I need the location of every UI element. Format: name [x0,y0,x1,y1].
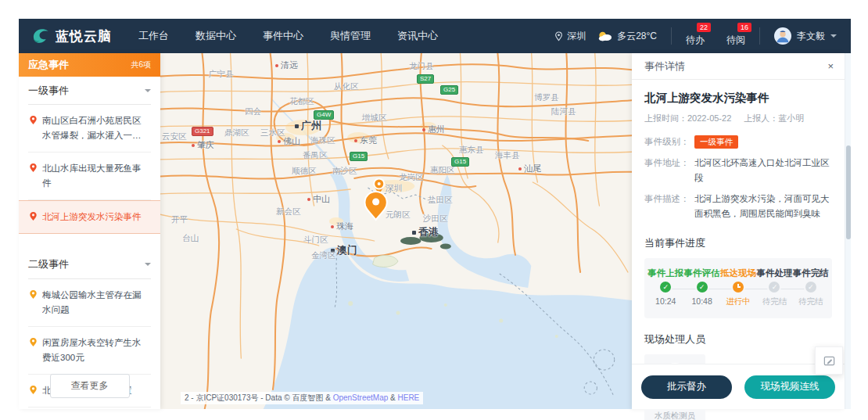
nav-menu-item[interactable]: 舆情管理 [330,29,371,43]
event-detail-panel: 事件详情 × 北河上游突发水污染事件 上报时间：2022-05-22 上报人：蓝… [632,53,845,409]
event-title: 梅城公园输水主管存在漏水问题 [42,288,149,318]
panel-footer: 批示督办 现场视频连线 [632,364,845,409]
nav-menu-item[interactable]: 数据中心 [195,29,236,43]
top-nav: 蓝悦云脑 工作台数据中心事件中心舆情管理资讯中心 深圳 多云28° [19,19,851,53]
scrollbar-thumb[interactable] [846,145,851,239]
event-pin-icon [29,289,38,300]
event-address: 北河区北环高速入口处北河工业区段 [694,156,832,186]
supervise-button[interactable]: 批示督办 [641,375,732,399]
event-pin-icon [29,163,38,173]
address-field-label: 事件地址： [644,156,694,186]
description-field-label: 事件描述： [644,192,694,222]
map-canvas[interactable]: 广宁县清远从化区龙门县S27G25博罗县陆河县花都区四会G4W增城区云安区G32… [160,53,632,409]
event-list-item[interactable]: 闲置房屋水表空转产生水费近300元 [28,327,151,375]
weather-text: 多云28°C [617,30,657,43]
notification-count-badge: 16 [737,23,751,32]
event-pin-icon [29,385,38,395]
event-list-item[interactable]: 梅城公园输水主管存在漏水问题 [28,279,151,327]
event-pin-icon [29,115,38,125]
level-field-label: 事件级别： [644,135,694,150]
nav-menu-item[interactable]: 工作台 [138,29,169,43]
section-level2-label: 二级事件 [28,257,69,271]
staff-section-title: 现场处理人员 [644,332,832,346]
section-level2-header[interactable]: 二级事件 [28,251,151,279]
emergency-sidebar: 应急事件 共6项 一级事件 南山区白石洲小苑居民区水管爆裂，漏水灌入一楼 [19,53,160,409]
step-label: 事件处理 [756,267,792,280]
nav-divider [671,27,672,45]
section-level1-label: 一级事件 [28,84,69,98]
nav-menu: 工作台数据中心事件中心舆情管理资讯中心 [138,29,438,43]
nav-divider [759,27,760,45]
step-status-icon [804,280,818,294]
step-status-icon [731,280,745,294]
notification-label: 待阅 [726,34,745,45]
sidebar-header: 应急事件 共6项 [19,53,160,77]
progress-step: 事件上报 10:24 [647,267,683,307]
event-level-badge: 一级事件 [694,135,738,149]
progress-step: 事件处理 待完结 [756,267,792,307]
app-window: 蓝悦云脑 工作台数据中心事件中心舆情管理资讯中心 深圳 多云28° [19,19,851,409]
event-title: 闲置房屋水表空转产生水费近300元 [42,336,149,365]
panel-title: 事件详情 [644,59,685,74]
progress-step: 事件评估 10:48 [683,267,719,307]
map-attribution: 2 - 京ICP证030173号 - Data © 百度智图 & OpenStr… [181,392,423,404]
location-indicator[interactable]: 深圳 [554,30,586,43]
sidebar-count: 共6项 [131,59,151,70]
nav-menu-item[interactable]: 事件中心 [263,29,303,43]
nav-menu-item[interactable]: 资讯中心 [397,29,438,43]
step-label: 事件上报 [647,267,683,280]
edit-document-icon [823,354,836,368]
chevron-down-icon [145,89,151,92]
nav-notification-item[interactable]: 16 待阅 [726,26,745,47]
app-logo: 蓝悦云脑 [30,26,112,46]
step-status-icon [658,280,673,294]
osm-link[interactable]: OpenStreetMap [333,393,389,402]
logo-icon [30,26,50,46]
here-link[interactable]: HERE [398,393,420,402]
event-description: 北河上游突发水污染，河面可见大面积黑色，周围居民能闻到臭味 [694,192,832,222]
step-label: 抵达现场 [720,267,756,280]
staff-role: 水质检测员 [644,411,705,420]
location-city: 深圳 [567,30,586,43]
event-title: 南山区白石洲小苑居民区水管爆裂，漏水灌入一楼茶庄导致财物... [42,113,149,143]
progress-step: 抵达现场 进行中 [720,267,756,307]
edit-note-button[interactable] [815,346,843,375]
view-more-button[interactable]: 查看更多 [50,374,130,398]
nav-notification-item[interactable]: 22 待办 [686,26,705,47]
progress-step: 事件完结 待完结 [793,267,829,307]
section-level1-header[interactable]: 一级事件 [28,77,151,105]
step-label: 事件评估 [683,267,719,280]
step-status-icon [767,280,781,294]
report-time: 2022-05-22 [687,113,731,123]
event-location-marker[interactable] [364,179,386,221]
location-pin-icon [554,31,563,41]
close-icon[interactable]: × [827,61,834,71]
reporter-name: 蓝小明 [778,113,804,123]
event-list-item[interactable]: 北山水库出现大量死鱼事件 [28,153,151,200]
step-status-text: 进行中 [720,296,756,307]
sidebar-title: 应急事件 [28,58,69,72]
event-pin-icon [29,337,38,347]
weather-indicator: 多云28°C [597,30,657,43]
step-label: 事件完结 [793,267,829,280]
step-status-icon [695,280,709,294]
event-pin-icon [29,211,38,221]
chevron-down-icon [145,263,151,266]
live-video-button[interactable]: 现场视频连线 [744,375,835,399]
panel-scrollbar[interactable] [845,53,851,409]
user-menu[interactable]: 李文毅 [774,27,837,45]
step-status-text: 10:24 [647,296,683,306]
event-list-item[interactable]: 南山区白石洲小苑居民区水管爆裂，漏水灌入一楼茶庄导致财物... [28,105,151,153]
step-status-text: 10:48 [683,296,719,306]
event-title: 北河上游突发水污染事件 [42,210,151,224]
chevron-down-icon [830,34,837,38]
event-list-item[interactable]: 北河上游突发水污染事件 [19,200,160,234]
user-name: 李文毅 [797,30,825,43]
step-status-text: 待完结 [793,296,829,307]
cloud-sun-icon [597,31,613,41]
notification-label: 待办 [686,34,705,45]
progress-section-title: 当前事件进度 [644,236,832,250]
notification-count-badge: 22 [697,23,711,32]
app-title: 蓝悦云脑 [56,27,112,45]
notification-group: 22 待办 16 待阅 [686,26,745,47]
